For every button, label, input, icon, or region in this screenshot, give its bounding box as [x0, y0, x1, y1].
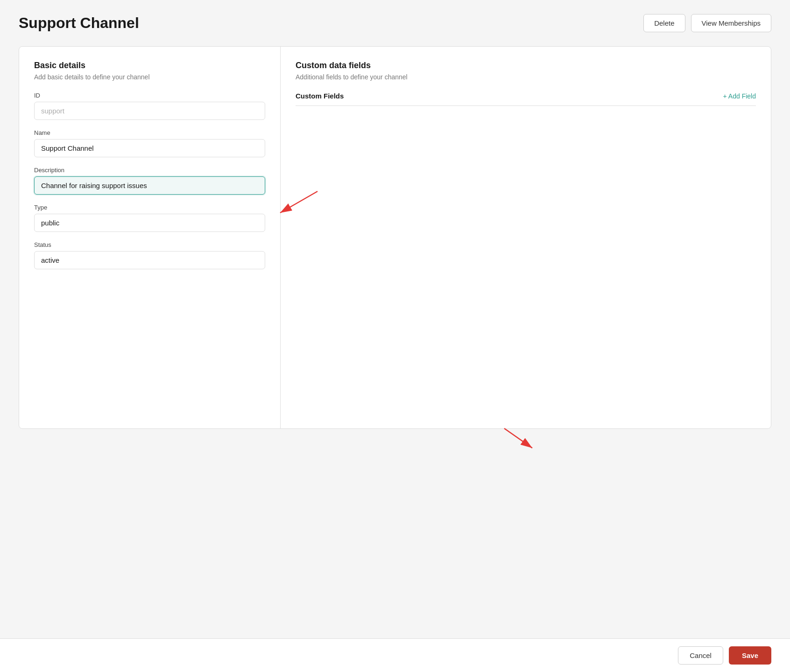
- cancel-button[interactable]: Cancel: [678, 646, 723, 665]
- status-label: Status: [34, 241, 265, 248]
- main-card: Basic details Add basic details to defin…: [19, 46, 771, 429]
- basic-details-panel: Basic details Add basic details to defin…: [19, 47, 281, 428]
- name-label: Name: [34, 129, 265, 136]
- page-title: Support Channel: [19, 14, 139, 32]
- id-input[interactable]: [34, 102, 265, 120]
- type-input[interactable]: [34, 214, 265, 232]
- add-field-button[interactable]: + Add Field: [723, 92, 756, 100]
- id-field-group: ID: [34, 92, 265, 120]
- name-field-group: Name: [34, 129, 265, 157]
- header-actions: Delete View Memberships: [643, 14, 771, 32]
- page-header: Support Channel Delete View Memberships: [19, 14, 771, 32]
- status-field-group: Status: [34, 241, 265, 269]
- view-memberships-button[interactable]: View Memberships: [691, 14, 771, 32]
- name-input[interactable]: [34, 139, 265, 157]
- type-field-group: Type: [34, 204, 265, 232]
- custom-data-fields-panel: Custom data fields Additional fields to …: [281, 47, 771, 428]
- status-input[interactable]: [34, 251, 265, 269]
- basic-details-subtitle: Add basic details to define your channel: [34, 73, 265, 81]
- page-footer: Cancel Save: [0, 638, 790, 672]
- description-field-group: Description: [34, 167, 265, 195]
- id-label: ID: [34, 92, 265, 99]
- delete-button[interactable]: Delete: [643, 14, 685, 32]
- custom-data-fields-subtitle: Additional fields to define your channel: [296, 73, 756, 81]
- custom-fields-header: Custom Fields + Add Field: [296, 92, 756, 106]
- description-label: Description: [34, 167, 265, 174]
- description-input[interactable]: [34, 176, 265, 195]
- custom-data-fields-title: Custom data fields: [296, 61, 756, 70]
- custom-fields-label: Custom Fields: [296, 92, 344, 100]
- save-button[interactable]: Save: [729, 646, 771, 665]
- basic-details-title: Basic details: [34, 61, 265, 70]
- type-label: Type: [34, 204, 265, 211]
